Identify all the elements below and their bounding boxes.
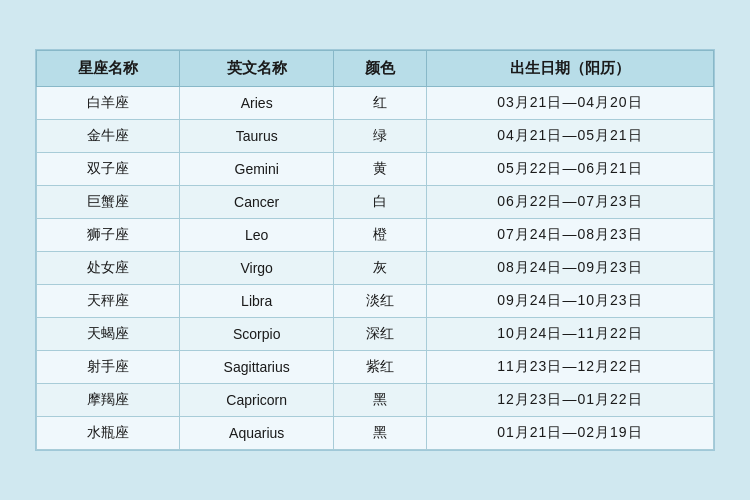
cell-color: 红 (334, 87, 427, 120)
cell-english-name: Gemini (180, 153, 334, 186)
table-row: 天秤座Libra淡红09月24日—10月23日 (37, 285, 714, 318)
cell-color: 深红 (334, 318, 427, 351)
cell-color: 橙 (334, 219, 427, 252)
cell-birth-dates: 08月24日—09月23日 (426, 252, 713, 285)
cell-english-name: Libra (180, 285, 334, 318)
table-row: 天蝎座Scorpio深红10月24日—11月22日 (37, 318, 714, 351)
zodiac-table: 星座名称 英文名称 颜色 出生日期（阳历） 白羊座Aries红03月21日—04… (36, 50, 714, 450)
cell-chinese-name: 水瓶座 (37, 417, 180, 450)
table-row: 巨蟹座Cancer白06月22日—07月23日 (37, 186, 714, 219)
table-header-row: 星座名称 英文名称 颜色 出生日期（阳历） (37, 51, 714, 87)
cell-birth-dates: 04月21日—05月21日 (426, 120, 713, 153)
cell-english-name: Virgo (180, 252, 334, 285)
table-row: 处女座Virgo灰08月24日—09月23日 (37, 252, 714, 285)
cell-chinese-name: 处女座 (37, 252, 180, 285)
cell-chinese-name: 巨蟹座 (37, 186, 180, 219)
cell-chinese-name: 金牛座 (37, 120, 180, 153)
cell-color: 紫红 (334, 351, 427, 384)
cell-birth-dates: 07月24日—08月23日 (426, 219, 713, 252)
table-row: 双子座Gemini黄05月22日—06月21日 (37, 153, 714, 186)
cell-chinese-name: 天蝎座 (37, 318, 180, 351)
header-chinese-name: 星座名称 (37, 51, 180, 87)
table-row: 射手座Sagittarius紫红11月23日—12月22日 (37, 351, 714, 384)
cell-chinese-name: 摩羯座 (37, 384, 180, 417)
cell-color: 黑 (334, 384, 427, 417)
header-color: 颜色 (334, 51, 427, 87)
zodiac-table-container: 星座名称 英文名称 颜色 出生日期（阳历） 白羊座Aries红03月21日—04… (35, 49, 715, 451)
cell-chinese-name: 双子座 (37, 153, 180, 186)
cell-english-name: Capricorn (180, 384, 334, 417)
table-row: 金牛座Taurus绿04月21日—05月21日 (37, 120, 714, 153)
cell-color: 黑 (334, 417, 427, 450)
cell-english-name: Taurus (180, 120, 334, 153)
cell-birth-dates: 06月22日—07月23日 (426, 186, 713, 219)
cell-birth-dates: 11月23日—12月22日 (426, 351, 713, 384)
table-row: 狮子座Leo橙07月24日—08月23日 (37, 219, 714, 252)
cell-color: 灰 (334, 252, 427, 285)
cell-color: 淡红 (334, 285, 427, 318)
cell-color: 绿 (334, 120, 427, 153)
table-row: 水瓶座Aquarius黑01月21日—02月19日 (37, 417, 714, 450)
cell-birth-dates: 09月24日—10月23日 (426, 285, 713, 318)
cell-chinese-name: 射手座 (37, 351, 180, 384)
cell-birth-dates: 05月22日—06月21日 (426, 153, 713, 186)
cell-english-name: Scorpio (180, 318, 334, 351)
cell-chinese-name: 狮子座 (37, 219, 180, 252)
cell-birth-dates: 03月21日—04月20日 (426, 87, 713, 120)
cell-english-name: Aquarius (180, 417, 334, 450)
cell-birth-dates: 10月24日—11月22日 (426, 318, 713, 351)
table-row: 白羊座Aries红03月21日—04月20日 (37, 87, 714, 120)
table-row: 摩羯座Capricorn黑12月23日—01月22日 (37, 384, 714, 417)
table-body: 白羊座Aries红03月21日—04月20日金牛座Taurus绿04月21日—0… (37, 87, 714, 450)
cell-chinese-name: 白羊座 (37, 87, 180, 120)
cell-birth-dates: 12月23日—01月22日 (426, 384, 713, 417)
cell-color: 白 (334, 186, 427, 219)
cell-color: 黄 (334, 153, 427, 186)
cell-english-name: Aries (180, 87, 334, 120)
header-english-name: 英文名称 (180, 51, 334, 87)
cell-birth-dates: 01月21日—02月19日 (426, 417, 713, 450)
cell-english-name: Cancer (180, 186, 334, 219)
header-birth-date: 出生日期（阳历） (426, 51, 713, 87)
cell-chinese-name: 天秤座 (37, 285, 180, 318)
cell-english-name: Leo (180, 219, 334, 252)
cell-english-name: Sagittarius (180, 351, 334, 384)
